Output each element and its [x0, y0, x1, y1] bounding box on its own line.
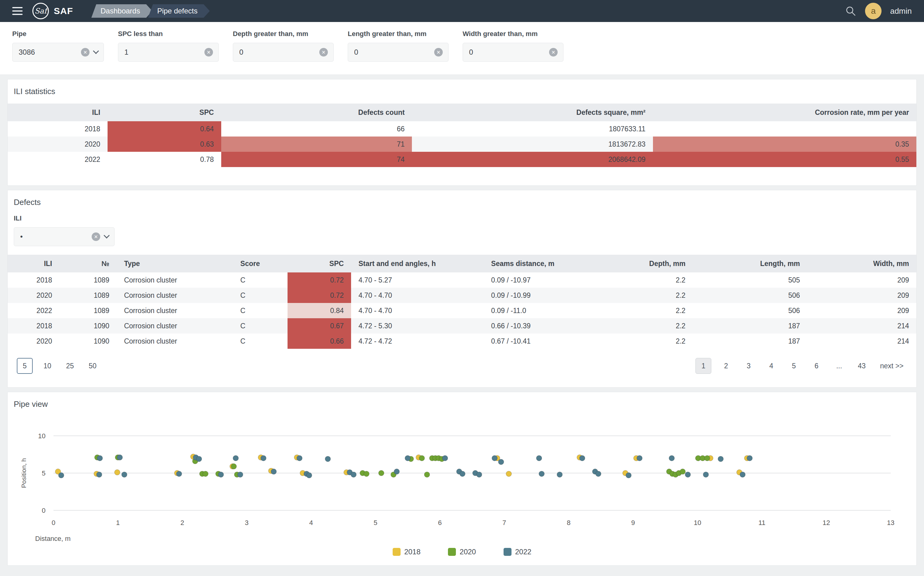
legend-item-2018[interactable]: 2018: [392, 547, 420, 556]
clear-icon[interactable]: ✕: [92, 232, 100, 241]
breadcrumb-tabs: Dashboards Pipe defects: [91, 4, 210, 18]
avatar[interactable]: a: [865, 3, 882, 19]
table-cell: 0.66: [288, 333, 351, 349]
spc-input-field[interactable]: ✕: [118, 43, 219, 62]
table-cell: 4.70 - 4.70: [351, 303, 484, 318]
clear-icon[interactable]: ✕: [549, 48, 558, 56]
spc-input[interactable]: [124, 48, 200, 57]
filter-spc: SPC less than ✕: [118, 30, 219, 62]
table-cell: C: [233, 318, 288, 333]
table-cell: Corrosion cluster: [117, 288, 233, 303]
table-cell: 209: [807, 303, 916, 318]
data-point-2022: [325, 456, 331, 462]
search-icon[interactable]: [845, 5, 857, 17]
table-cell: Corrosion cluster: [117, 318, 233, 333]
pipe-view-card: Pipe view 0510012345678910111213Position…: [7, 392, 917, 566]
length-input-field[interactable]: ✕: [348, 43, 448, 62]
filter-pipe: Pipe ✕: [12, 30, 104, 62]
clear-icon[interactable]: ✕: [434, 48, 443, 56]
chevron-down-icon[interactable]: [104, 232, 110, 238]
table-cell: 2.2: [620, 333, 693, 349]
data-point-2020: [704, 455, 710, 461]
page-size-button[interactable]: 5: [17, 358, 33, 374]
data-point-2022: [460, 471, 465, 477]
chart-legend: 201820202022: [8, 546, 916, 565]
defects-ili-select[interactable]: ✕: [14, 227, 115, 246]
page-button[interactable]: 1: [695, 358, 711, 374]
table-cell: [653, 121, 916, 136]
data-point-2022: [498, 459, 504, 464]
defects-title: Defects: [8, 190, 916, 214]
pipe-select-value[interactable]: [18, 48, 77, 57]
data-point-2022: [297, 455, 302, 461]
pipe-select[interactable]: ✕: [12, 43, 104, 62]
table-cell: 2020: [8, 136, 107, 152]
chevron-down-icon[interactable]: [93, 48, 99, 54]
tab-pipe-defects[interactable]: Pipe defects: [148, 4, 210, 18]
defects-ili-filter-label: ILI: [14, 214, 910, 222]
table-cell: 0.66 / -10.39: [484, 318, 620, 333]
clear-icon[interactable]: ✕: [319, 48, 328, 56]
table-cell: 71: [221, 136, 412, 152]
width-input-field[interactable]: ✕: [463, 43, 564, 62]
column-header: №: [59, 255, 117, 272]
scatter-plot: 0510012345678910111213Position, hDistanc…: [17, 418, 904, 545]
data-point-2022: [96, 472, 102, 477]
legend-swatch: [392, 548, 400, 556]
page-size-button[interactable]: 10: [39, 358, 55, 374]
clear-icon[interactable]: ✕: [204, 48, 213, 56]
data-point-2022: [596, 471, 601, 477]
table-cell: 2022: [8, 152, 107, 167]
table-cell: 0.55: [653, 152, 916, 167]
page-button[interactable]: 6: [809, 358, 825, 374]
page-navigator: 123456...43next >>: [695, 358, 907, 374]
menu-icon[interactable]: [12, 7, 24, 15]
legend-item-2020[interactable]: 2020: [448, 547, 476, 556]
column-header: Score: [233, 255, 288, 272]
page-button[interactable]: 5: [786, 358, 802, 374]
next-page-button[interactable]: next >>: [876, 358, 907, 374]
page-size-button[interactable]: 25: [62, 358, 78, 374]
data-point-2020: [231, 464, 237, 469]
page-size-button[interactable]: 50: [85, 358, 101, 374]
data-point-2022: [536, 455, 542, 461]
x-tick-label: 10: [693, 519, 701, 526]
table-row: 20201089Corrosion clusterC0.724.70 - 4.7…: [8, 288, 916, 303]
defects-ili-select-value[interactable]: [19, 232, 87, 241]
defects-ili-filter: ILI ✕: [8, 214, 916, 255]
legend-label: 2018: [404, 547, 420, 556]
column-header: Width, mm: [807, 255, 916, 272]
table-cell: 0.35: [653, 136, 916, 152]
table-cell: C: [233, 288, 288, 303]
data-point-2020: [424, 472, 429, 477]
pagination: 5102550 123456...43next >>: [8, 349, 916, 387]
table-cell: 4.70 - 5.27: [351, 272, 484, 288]
data-point-2022: [703, 472, 709, 477]
depth-input[interactable]: [239, 48, 315, 57]
filter-length: Length greater than, mm ✕: [348, 30, 448, 62]
pipe-view-title: Pipe view: [8, 392, 916, 416]
clear-icon[interactable]: ✕: [81, 48, 90, 56]
data-point-2022: [97, 455, 102, 461]
filter-length-label: Length greater than, mm: [348, 30, 448, 38]
tab-dashboards[interactable]: Dashboards: [91, 4, 152, 18]
depth-input-field[interactable]: ✕: [233, 43, 334, 62]
table-cell: 1090: [59, 318, 117, 333]
data-point-2020: [379, 470, 384, 476]
data-point-2022: [685, 472, 690, 477]
page-button[interactable]: 2: [718, 358, 734, 374]
page-button[interactable]: 3: [741, 358, 757, 374]
width-input[interactable]: [468, 48, 545, 57]
page-button[interactable]: 43: [854, 358, 870, 374]
length-input[interactable]: [354, 48, 430, 57]
page-button[interactable]: 4: [763, 358, 779, 374]
legend-swatch: [504, 548, 511, 556]
table-cell: 506: [693, 303, 807, 318]
x-tick-label: 7: [502, 519, 506, 526]
table-cell: 0.09 / -10.99: [484, 288, 620, 303]
legend-item-2022[interactable]: 2022: [504, 547, 532, 556]
data-point-2022: [271, 469, 277, 474]
column-header: Seams distance, m: [484, 255, 620, 272]
table-row: 20221089Corrosion clusterC0.844.70 - 4.7…: [8, 303, 916, 318]
x-tick-label: 2: [180, 519, 184, 526]
